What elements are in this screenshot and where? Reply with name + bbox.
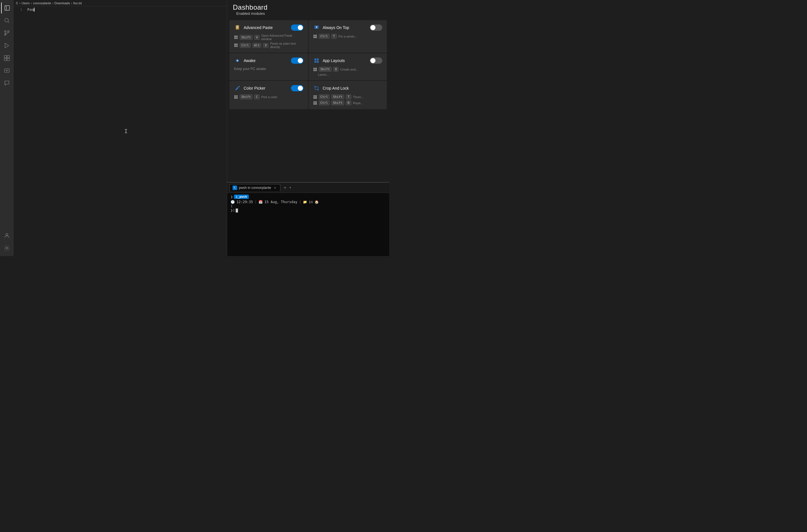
terminal-tab-pwsh[interactable]: pwsh in connorplante ✕	[230, 184, 280, 191]
sidebar-item-chat[interactable]	[1, 77, 13, 89]
crop-and-lock-shortcuts: Ctrl Shift T Thum... Ctrl Shift R Repa..…	[313, 94, 383, 105]
code-editor[interactable]: Foo I	[25, 6, 227, 256]
dashboard-header: Dashboard Enabled modules	[227, 0, 389, 20]
key-ctrl-cal: Ctrl	[319, 94, 330, 99]
shortcut-row-cp-1: Shift C Pick a color	[234, 94, 304, 99]
svg-rect-0	[5, 6, 10, 11]
shortcut-row-al-1: Shift O Create and...	[313, 67, 383, 72]
key-shift: Shift	[240, 35, 253, 40]
modules-grid: Advanced Paste Shift V Open Advanced Pas…	[227, 20, 389, 109]
app-layouts-name: App Layouts	[323, 58, 345, 63]
key-t-cal: T	[346, 94, 351, 99]
awake-desc: Keep your PC awake	[234, 67, 304, 71]
color-picker-toggle[interactable]	[291, 85, 304, 91]
windows-icon-cp	[234, 95, 238, 99]
sidebar-item-explorer[interactable]	[1, 2, 13, 14]
module-title-row: Advanced Paste	[234, 24, 273, 31]
dashboard-title: Dashboard	[233, 3, 383, 12]
svg-rect-35	[234, 186, 236, 189]
svg-rect-9	[7, 56, 10, 58]
code-line-1: Foo	[27, 7, 34, 12]
breadcrumb-downloads: Downloads	[54, 1, 70, 5]
key-alt: Alt	[253, 43, 262, 48]
windows-icon-aot	[313, 34, 317, 38]
sidebar-item-account[interactable]	[1, 230, 13, 241]
sidebar-item-run-debug[interactable]	[1, 40, 13, 51]
advanced-paste-toggle[interactable]	[291, 24, 304, 31]
text-cursor	[34, 8, 34, 12]
shortcut-row-1: Shift V Open Advanced Paste window	[234, 34, 304, 41]
terminal-cursor-line: (	[231, 204, 386, 208]
terminal-tab-bar: pwsh in connorplante ✕ + ▾	[227, 183, 389, 193]
module-card-crop-and-lock: Crop And Lock Ctrl Shift T Thum...	[309, 81, 387, 109]
module-title-row-awake: Awake	[234, 57, 256, 64]
windows-icon-2	[234, 43, 238, 47]
terminal-add-button[interactable]: +	[281, 184, 288, 191]
shortcut-row-aot-1: Ctrl T Pin a windo...	[313, 34, 383, 39]
terminal-tab-icon	[233, 186, 237, 190]
windows-icon	[234, 35, 238, 39]
svg-point-13	[6, 233, 8, 235]
module-card-awake: Awake Keep your PC awake	[230, 53, 308, 80]
svg-rect-8	[4, 56, 6, 58]
terminal-body[interactable]: ❯ ❯_pwsh 🕐 12:29:35 | 📅 15 Aug, Thursday…	[227, 193, 389, 256]
svg-point-2	[5, 19, 8, 22]
sidebar-item-source-control[interactable]	[1, 27, 13, 39]
terminal-cursor	[236, 209, 238, 212]
key-ctrl-aot: Ctrl	[319, 34, 330, 39]
terminal-info-line: 🕐 12:29:35 | 📅 15 Aug, Thursday | 📁 in 🏠	[231, 200, 386, 204]
app-layouts-shortcuts: Shift O Create and... Launc...	[313, 67, 383, 76]
sidebar-item-remote[interactable]	[1, 65, 13, 76]
always-on-top-name: Always On Top	[323, 25, 349, 30]
svg-rect-10	[4, 58, 6, 61]
shortcut-row-2: Ctrl Alt V Paste as plain text directly	[234, 42, 304, 49]
pwsh-badge: ❯_pwsh	[234, 195, 249, 199]
crop-and-lock-name: Crop And Lock	[323, 86, 349, 91]
terminal-dropdown-button[interactable]: ▾	[290, 186, 291, 189]
terminal-folder-icon: 📁	[303, 200, 307, 204]
awake-toggle[interactable]	[291, 57, 304, 64]
sidebar-item-settings[interactable]	[1, 242, 13, 254]
terminal-clock-icon: 🕐	[231, 200, 235, 204]
editor-area: C › Users › connorplante › Downloads › f…	[14, 0, 227, 256]
breadcrumb-connorplante: connorplante	[33, 1, 51, 5]
terminal-close-button[interactable]: ✕	[273, 186, 277, 190]
svg-rect-24	[314, 59, 316, 61]
shortcut-desc-al-1: Create and...	[340, 68, 359, 71]
module-header-color-picker: Color Picker	[234, 85, 304, 92]
editor-content[interactable]: 1 Foo I	[14, 6, 227, 256]
module-card-always-on-top: Always On Top Ctrl T Pin a windo...	[309, 20, 387, 53]
terminal-prompt-symbol: (	[231, 204, 233, 208]
code-text: Foo	[27, 7, 34, 12]
shortcut-desc-cp: Pick a color	[261, 95, 277, 99]
svg-rect-29	[235, 90, 236, 91]
sidebar-item-search[interactable]	[1, 15, 13, 26]
breadcrumb-c: C	[16, 1, 18, 5]
always-on-top-toggle[interactable]	[370, 24, 382, 31]
module-title-row-cal: Crop And Lock	[313, 85, 349, 92]
svg-rect-17	[237, 27, 239, 27]
module-header-cal: Crop And Lock	[313, 85, 383, 92]
svg-rect-27	[316, 61, 318, 63]
terminal-sep-2: |	[299, 200, 301, 204]
svg-line-3	[8, 22, 10, 23]
key-v2: V	[263, 43, 269, 48]
key-ctrl-cal-2: Ctrl	[319, 100, 330, 105]
awake-icon	[234, 57, 241, 64]
svg-point-28	[239, 86, 239, 87]
app-layouts-toggle[interactable]	[370, 57, 382, 64]
breadcrumb-file: foo.txt	[73, 1, 82, 5]
svg-point-4	[4, 31, 6, 33]
key-o-al: O	[333, 67, 339, 72]
svg-marker-7	[5, 43, 9, 48]
shortcut-desc-1: Open Advanced Paste window	[261, 34, 304, 41]
windows-icon-al	[313, 68, 317, 71]
terminal-cal-icon: 📅	[258, 200, 263, 204]
module-title-row-al: App Layouts	[313, 57, 345, 64]
advanced-paste-icon	[234, 24, 241, 31]
module-title-row-aot: Always On Top	[313, 24, 349, 31]
module-card-app-layouts: App Layouts Shift O Create and... Laun	[309, 53, 387, 80]
terminal-date: 15 Aug, Thursday	[264, 200, 297, 204]
right-panel: Dashboard Enabled modules	[227, 0, 389, 256]
sidebar-item-extensions[interactable]	[1, 52, 13, 64]
